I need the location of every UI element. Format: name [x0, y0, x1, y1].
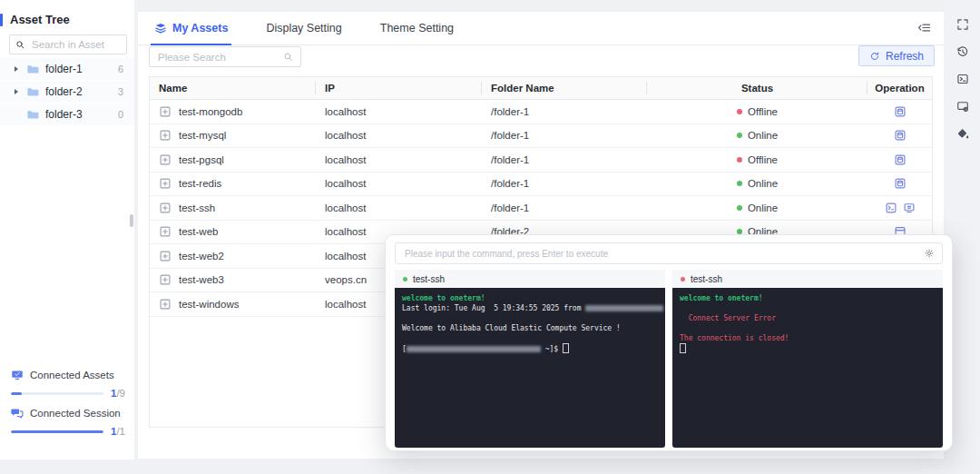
mysql-connect-icon[interactable]: [894, 129, 906, 142]
terminal-line: [ ~]$: [402, 343, 658, 354]
tree-item-folder-2[interactable]: folder-23: [0, 81, 134, 103]
command-input[interactable]: [403, 248, 918, 260]
ssh-remote-connect-icon[interactable]: [903, 202, 916, 214]
terminal-session-tab[interactable]: test-ssh: [672, 270, 943, 288]
expand-row-icon[interactable]: [159, 105, 172, 118]
folder-icon: [26, 63, 39, 75]
terminal-pane-2: test-sshwelcome to oneterm! Connect Serv…: [672, 270, 943, 448]
terminal-line: [680, 323, 936, 333]
cell-name: test-windows: [150, 292, 316, 316]
terminal-session-tab[interactable]: test-ssh: [395, 270, 665, 288]
tab-theme-setting[interactable]: Theme Setting: [380, 12, 454, 44]
status-text: Offline: [748, 106, 778, 117]
stat-progressbar: 1/9: [11, 388, 125, 399]
status-dot: [737, 205, 742, 211]
terminal-line: welcome to oneterm!: [680, 293, 936, 303]
terminal-line: Welcome to Alibaba Cloud Elastic Compute…: [402, 323, 658, 333]
terminal-text: welcome to oneterm!: [680, 294, 763, 302]
expand-row-icon[interactable]: [159, 225, 172, 238]
tree-item-count: 0: [118, 109, 123, 120]
theme-bucket-icon[interactable]: [956, 127, 969, 140]
expand-row-icon[interactable]: [159, 250, 172, 262]
expand-row-icon[interactable]: [159, 202, 172, 214]
asset-name: test-redis: [179, 178, 221, 189]
ssh-terminal-connect-icon[interactable]: [885, 202, 897, 214]
asset-name: test-windows: [179, 299, 239, 310]
search-icon: [15, 40, 25, 50]
cell-operation: [867, 196, 932, 220]
terminal-line: [680, 343, 936, 354]
progress-track: [11, 430, 103, 433]
main-tabbar: My AssetsDisplay SettingTheme Setting: [138, 12, 944, 45]
status-text: Online: [748, 130, 778, 141]
terminal-output[interactable]: welcome to oneterm! Connect Server Error…: [672, 288, 943, 448]
terminal-pane-1: test-sshwelcome to oneterm!Last login: T…: [395, 270, 665, 448]
cell-status: Online: [647, 124, 867, 148]
column-header-operation: Operation: [867, 77, 932, 99]
session-status-dot: [403, 277, 407, 281]
tree-item-label: folder-1: [45, 63, 83, 75]
expand-row-icon[interactable]: [159, 273, 172, 286]
cell-name: test-web3: [150, 269, 316, 292]
cell-operation: [867, 148, 932, 172]
status-dot: [737, 157, 742, 163]
monitor-icon: [11, 369, 24, 381]
expand-row-icon[interactable]: [159, 153, 172, 166]
status-text: Offline: [748, 154, 778, 165]
stat-label-text: Connected Assets: [30, 370, 114, 380]
column-header-name: Name: [150, 77, 316, 99]
pgsql-connect-icon[interactable]: [894, 153, 906, 166]
command-input-box[interactable]: [395, 242, 943, 264]
display-settings-icon[interactable]: [956, 100, 969, 113]
expand-caret-icon[interactable]: [15, 66, 18, 72]
asset-search-input[interactable]: [30, 38, 121, 51]
tab-my-assets[interactable]: My Assets: [154, 12, 228, 44]
status-text: Online: [748, 178, 778, 189]
column-settings-icon[interactable]: [917, 21, 931, 35]
fullscreen-icon[interactable]: [956, 18, 969, 31]
table-search-box[interactable]: [149, 46, 301, 67]
table-row: test-mysqllocalhost/folder-1Online: [150, 124, 932, 149]
redacted-text: [585, 305, 663, 311]
tree-item-folder-1[interactable]: folder-16: [0, 58, 134, 80]
mongodb-connect-icon[interactable]: [894, 105, 906, 118]
column-header-folder-name: Folder Name: [482, 77, 647, 99]
tab-label: Display Setting: [266, 22, 341, 35]
cell-ip: localhost: [316, 100, 482, 123]
table-search-input[interactable]: [156, 51, 278, 64]
stat-label-text: Connected Session: [30, 408, 121, 419]
asset-name: test-web: [179, 226, 218, 237]
tree-item-label: folder-2: [45, 85, 83, 98]
tab-display-setting[interactable]: Display Setting: [266, 12, 341, 44]
expand-caret-icon[interactable]: [15, 89, 18, 94]
progress-fill: [11, 392, 22, 395]
cell-operation: [867, 100, 932, 123]
terminal-cursor: [680, 343, 686, 353]
progress-track: [11, 392, 103, 395]
terminal-output[interactable]: welcome to oneterm!Last login: Tue Aug 5…: [395, 288, 665, 448]
status-dot: [737, 109, 742, 114]
cell-folder: /folder-1: [482, 196, 647, 220]
tree-item-folder-3[interactable]: folder-30: [0, 104, 134, 125]
table-row: test-sshlocalhost/folder-1Online: [150, 196, 932, 221]
terminal-line: welcome to oneterm!: [402, 293, 658, 303]
cell-name: test-web: [150, 221, 316, 244]
terminal-window-icon[interactable]: [956, 73, 969, 85]
cell-name: test-ssh: [150, 196, 316, 220]
asset-search-box[interactable]: [9, 35, 127, 54]
terminal-line: Last login: Tue Aug 5 19:34:55 2025 from: [402, 303, 658, 313]
expand-row-icon[interactable]: [159, 177, 172, 190]
cell-name: test-redis: [150, 173, 316, 196]
table-row: test-redislocalhost/folder-1Online: [150, 173, 932, 197]
expand-row-icon[interactable]: [159, 129, 172, 142]
session-tab-label: test-ssh: [413, 274, 445, 284]
refresh-button[interactable]: Refresh: [858, 45, 935, 66]
expand-row-icon[interactable]: [159, 298, 172, 311]
sidebar-resize-handle[interactable]: [130, 214, 133, 227]
terminal-text: welcome to oneterm!: [402, 294, 485, 302]
redis-connect-icon[interactable]: [894, 177, 906, 190]
asset-name: test-mongodb: [179, 106, 242, 117]
gear-icon[interactable]: [924, 248, 935, 259]
tab-label: Theme Setting: [380, 22, 454, 35]
history-icon[interactable]: [956, 45, 969, 58]
